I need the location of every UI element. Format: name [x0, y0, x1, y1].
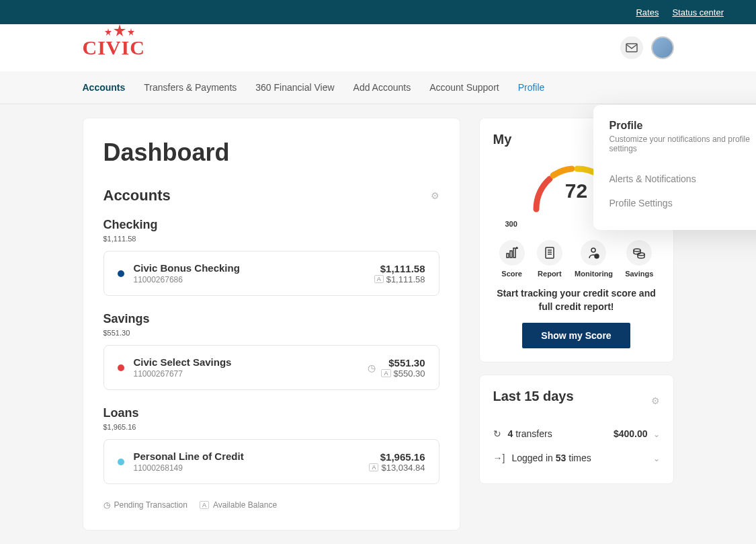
svg-marker-2	[128, 28, 134, 36]
activity-label-post: times	[569, 453, 591, 463]
profile-dropdown: Profile Customize your notifications and…	[593, 105, 757, 230]
svg-marker-1	[105, 28, 112, 36]
activity-card: Last 15 days ⚙ ↻ 4 transfers $400.00⌄ →]…	[479, 375, 674, 484]
account-available: $13,034.84	[381, 463, 425, 473]
account-number: 11000268149	[134, 463, 370, 473]
svg-rect-3	[626, 44, 637, 52]
nav-support[interactable]: Account Support	[429, 71, 499, 104]
clock-icon: ◷	[103, 500, 110, 510]
credit-action-score[interactable]: Score	[499, 240, 525, 278]
account-balance: $1,111.58	[374, 263, 425, 274]
group-checking-title: Checking	[103, 218, 439, 232]
dot-icon	[118, 459, 124, 465]
header: CIVIC	[0, 24, 756, 71]
mail-icon[interactable]	[620, 36, 643, 59]
gear-icon[interactable]: ⚙	[651, 395, 660, 406]
group-checking-total: $1,111.58	[103, 235, 439, 243]
logo[interactable]: CIVIC	[83, 36, 145, 59]
credit-label: Savings	[625, 270, 653, 278]
credit-label: Score	[501, 270, 522, 278]
group-loans-total: $1,965.16	[103, 423, 439, 431]
nav-accounts[interactable]: Accounts	[83, 71, 126, 104]
group-savings-total: $551.30	[103, 329, 439, 337]
legend: ◷Pending Transaction AAvailable Balance	[103, 500, 439, 510]
account-name: Civic Select Savings	[134, 356, 368, 368]
chart-icon	[499, 240, 525, 266]
accounts-title: Accounts	[103, 187, 171, 204]
group-savings-title: Savings	[103, 312, 439, 326]
person-icon	[581, 240, 606, 266]
activity-label: transfers	[515, 428, 552, 439]
dot-icon	[118, 364, 124, 371]
available-tag-icon: A	[369, 463, 378, 471]
activity-count: 53	[556, 453, 566, 463]
account-card-loans[interactable]: Personal Line of Credit 11000268149 $1,9…	[103, 439, 439, 484]
credit-action-monitoring[interactable]: Monitoring	[575, 240, 613, 278]
avatar[interactable]	[651, 36, 674, 59]
rates-link[interactable]: Rates	[636, 7, 659, 17]
dropdown-title: Profile	[610, 120, 757, 132]
nav-bar: Accounts Transfers & Payments 360 Financ…	[0, 71, 756, 104]
document-icon	[537, 240, 562, 266]
available-tag-icon: A	[200, 501, 209, 509]
credit-label: Report	[538, 270, 561, 278]
refresh-icon: ↻	[493, 428, 501, 439]
legend-pending: Pending Transaction	[114, 500, 187, 510]
gear-icon[interactable]: ⚙	[431, 190, 439, 201]
activity-count: 4	[508, 428, 513, 439]
svg-rect-5	[510, 251, 512, 258]
account-card-savings[interactable]: Civic Select Savings 11000267677 ◷ $551.…	[103, 345, 439, 390]
gauge-min: 300	[505, 220, 517, 228]
account-balance: $1,965.16	[369, 451, 425, 463]
activity-title: Last 15 days	[493, 389, 574, 404]
chevron-down-icon: ⌄	[653, 454, 660, 463]
activity-row-logins[interactable]: →] Logged in 53 times ⌄	[493, 446, 660, 470]
svg-point-14	[634, 249, 640, 251]
account-name: Civic Bonus Checking	[134, 262, 374, 274]
svg-point-11	[591, 248, 595, 252]
nav-profile[interactable]: Profile	[518, 71, 545, 104]
account-number: 11000267686	[134, 275, 374, 284]
nav-transfers[interactable]: Transfers & Payments	[144, 71, 237, 104]
svg-rect-7	[546, 247, 554, 258]
dot-icon	[118, 270, 124, 277]
credit-label: Monitoring	[575, 270, 613, 278]
account-available: $550.30	[394, 368, 425, 379]
activity-amount: $400.00	[614, 428, 648, 439]
chevron-down-icon: ⌄	[653, 430, 660, 439]
svg-marker-0	[114, 24, 126, 36]
credit-text: Start tracking your credit score and ful…	[493, 287, 660, 313]
login-icon: →]	[493, 453, 505, 463]
top-bar: Rates Status center	[0, 0, 756, 24]
main-panel: Dashboard Accounts ⚙ Checking $1,111.58 …	[83, 118, 460, 531]
svg-rect-6	[513, 248, 515, 258]
activity-row-transfers[interactable]: ↻ 4 transfers $400.00⌄	[493, 422, 660, 446]
account-balance: $551.30	[381, 357, 425, 368]
available-tag-icon: A	[381, 369, 390, 377]
credit-action-report[interactable]: Report	[537, 240, 562, 278]
coins-icon	[626, 240, 652, 266]
account-name: Personal Line of Credit	[134, 451, 370, 462]
dropdown-alerts[interactable]: Alerts & Notifications	[610, 167, 757, 191]
status-center-link[interactable]: Status center	[672, 7, 724, 17]
show-score-button[interactable]: Show my Score	[522, 323, 630, 348]
activity-label-pre: Logged in	[511, 453, 553, 463]
svg-rect-4	[507, 254, 509, 258]
nav-add-accounts[interactable]: Add Accounts	[353, 71, 411, 104]
dropdown-settings[interactable]: Profile Settings	[610, 191, 757, 215]
dropdown-subtitle: Customize your notifications and profile…	[610, 134, 757, 153]
credit-action-savings[interactable]: Savings	[625, 240, 653, 278]
account-number: 11000267677	[134, 369, 368, 379]
available-tag-icon: A	[374, 275, 384, 283]
group-loans-title: Loans	[103, 406, 439, 420]
account-available: $1,111.58	[386, 274, 425, 284]
nav-360[interactable]: 360 Financial View	[255, 71, 334, 104]
svg-point-13	[596, 256, 597, 257]
clock-icon: ◷	[368, 362, 376, 373]
account-card-checking[interactable]: Civic Bonus Checking 11000267686 $1,111.…	[103, 251, 439, 296]
legend-available: Available Balance	[213, 500, 277, 510]
page-title: Dashboard	[103, 139, 439, 167]
